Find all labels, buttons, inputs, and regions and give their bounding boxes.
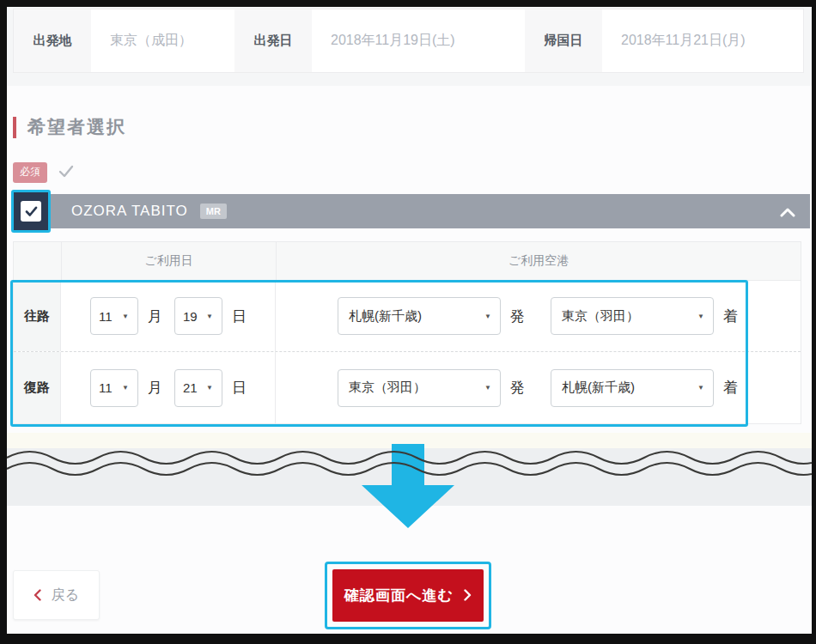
depart-unit-label: 発 — [510, 378, 525, 398]
flight-selection-table: ご利用日 ご利用空港 往路 11 ▼ 月 19 ▼ 日 — [13, 241, 801, 424]
caret-down-icon: ▼ — [697, 384, 704, 392]
caret-down-icon: ▼ — [122, 313, 129, 320]
outbound-from-airport-value: 札幌(新千歳) — [349, 308, 422, 325]
check-icon — [58, 165, 74, 181]
caret-down-icon: ▼ — [122, 384, 129, 392]
required-row: 必須 — [13, 162, 812, 183]
return-date-cell: 11 ▼ 月 21 ▼ 日 — [61, 352, 276, 423]
outbound-day-value: 19 — [183, 309, 198, 324]
footer-actions: 戻る 確認画面へ進む — [13, 570, 806, 620]
caret-down-icon: ▼ — [206, 384, 213, 392]
traveler-checkbox[interactable] — [21, 201, 41, 222]
caret-down-icon: ▼ — [697, 313, 704, 320]
honorific-badge: MR — [200, 204, 227, 219]
day-unit-label: 日 — [232, 307, 247, 326]
caret-down-icon: ▼ — [484, 384, 491, 392]
table-row-return: 復路 11 ▼ 月 21 ▼ 日 東京（羽田） ▼ — [14, 351, 801, 423]
table-row-outbound: 往路 11 ▼ 月 19 ▼ 日 札幌(新千歳) ▼ — [14, 281, 801, 351]
section-accent-bar — [13, 117, 16, 138]
return-month-value: 11 — [99, 380, 113, 395]
table-header-row: ご利用日 ご利用空港 — [14, 242, 801, 281]
return-date-value: 2018年11月21日(月) — [602, 9, 803, 72]
departure-date-value: 2018年11月19日(土) — [312, 9, 525, 72]
departure-date-label: 出発日 — [234, 9, 312, 72]
chevron-up-icon[interactable] — [780, 205, 795, 221]
return-month-select[interactable]: 11 ▼ — [90, 369, 138, 407]
header-airport-cell: ご利用空港 — [276, 242, 801, 280]
outbound-date-cell: 11 ▼ 月 19 ▼ 日 — [61, 281, 276, 351]
month-unit-label: 月 — [148, 307, 162, 326]
return-day-select[interactable]: 21 ▼ — [174, 369, 222, 407]
back-button-label: 戻る — [52, 586, 79, 605]
departure-place-value: 東京（成田） — [91, 9, 234, 72]
screenshot-frame: 出発地 東京（成田） 出発日 2018年11月19日(土) 帰国日 2018年1… — [0, 0, 816, 644]
checkbox-check-icon — [25, 206, 38, 217]
return-to-airport-select[interactable]: 札幌(新千歳) ▼ — [551, 369, 714, 407]
traveler-checkbox-highlight[interactable] — [11, 190, 51, 233]
departure-place-label: 出発地 — [14, 9, 91, 72]
submit-button-label: 確認画面へ進む — [344, 586, 454, 605]
arrive-unit-label: 着 — [723, 378, 738, 398]
traveler-name: OZORA TABITO — [71, 203, 188, 220]
outbound-airport-cell: 札幌(新千歳) ▼ 発 東京（羽田） ▼ 着 — [276, 281, 801, 351]
outbound-to-airport-select[interactable]: 東京（羽田） ▼ — [551, 297, 714, 335]
outbound-month-value: 11 — [99, 309, 113, 324]
chevron-right-icon — [464, 589, 472, 601]
depart-unit-label: 発 — [510, 307, 525, 326]
submit-button[interactable]: 確認画面へ進む — [332, 569, 484, 622]
outbound-from-airport-select[interactable]: 札幌(新千歳) ▼ — [338, 297, 501, 335]
header-date-cell: ご利用日 — [61, 242, 276, 280]
return-from-airport-select[interactable]: 東京（羽田） ▼ — [338, 369, 501, 407]
return-from-airport-value: 東京（羽田） — [349, 380, 426, 396]
outbound-month-select[interactable]: 11 ▼ — [90, 297, 138, 335]
header-blank-cell — [14, 242, 61, 280]
return-day-value: 21 — [183, 380, 198, 395]
return-date-label: 帰国日 — [525, 9, 602, 72]
caret-down-icon: ▼ — [206, 313, 213, 320]
page: 出発地 東京（成田） 出発日 2018年11月19日(土) 帰国日 2018年1… — [7, 7, 812, 634]
trip-summary-bar: 出発地 東京（成田） 出発日 2018年11月19日(土) 帰国日 2018年1… — [13, 9, 804, 73]
caret-down-icon: ▼ — [484, 313, 491, 320]
chevron-left-icon — [33, 589, 41, 601]
outbound-day-select[interactable]: 19 ▼ — [174, 297, 222, 335]
required-badge: 必須 — [13, 162, 47, 183]
page-title: 希望者選択 — [27, 115, 126, 139]
traveler-row[interactable]: OZORA TABITO MR — [13, 194, 810, 228]
arrive-unit-label: 着 — [723, 307, 738, 326]
outbound-to-airport-value: 東京（羽田） — [562, 308, 639, 325]
outbound-leg-label: 往路 — [14, 281, 61, 351]
return-airport-cell: 東京（羽田） ▼ 発 札幌(新千歳) ▼ 着 — [276, 352, 801, 423]
day-unit-label: 日 — [232, 378, 247, 398]
month-unit-label: 月 — [148, 378, 162, 398]
return-leg-label: 復路 — [14, 352, 61, 423]
section-header: 希望者選択 — [13, 115, 812, 139]
submit-highlight-border: 確認画面へ進む — [325, 562, 491, 629]
back-button[interactable]: 戻る — [13, 570, 100, 620]
return-to-airport-value: 札幌(新千歳) — [562, 380, 635, 396]
